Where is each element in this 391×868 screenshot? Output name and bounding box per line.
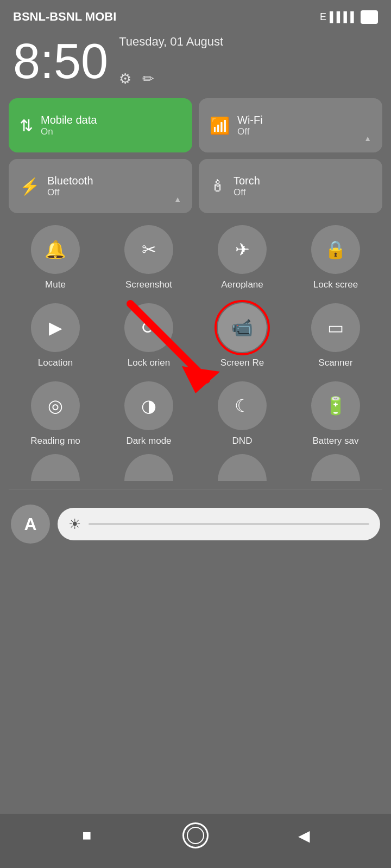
carrier-text: BSNL-BSNL MOBI: [13, 10, 116, 24]
battery-sav-icon: 🔋: [325, 395, 346, 416]
location-item[interactable]: ▶ Location: [9, 303, 102, 368]
bluetooth-expand-icon: ▲: [174, 195, 181, 203]
brightness-control[interactable]: ☀: [58, 508, 380, 540]
mobile-data-text: Mobile data On: [41, 114, 97, 137]
wifi-status: Off: [237, 126, 263, 137]
mobile-data-tile[interactable]: ⇅ Mobile data On: [9, 98, 192, 152]
lock-orient-label: Lock orien: [128, 358, 170, 368]
screenshot-label: Screenshot: [125, 279, 172, 290]
clock-date: Tuesday, 01 August: [119, 35, 223, 49]
bluetooth-label: Bluetooth: [47, 175, 93, 187]
location-label: Location: [38, 358, 73, 368]
signal-bars: ▌▌▌▌: [330, 11, 357, 23]
clock-time: 8:50: [13, 37, 108, 86]
scanner-item[interactable]: ▭ Scanner: [289, 303, 382, 368]
divider: [9, 489, 382, 489]
torch-tile[interactable]: 🕯 Torch Off: [199, 159, 382, 213]
quick-actions-grid: 🔔 Mute ✂ Screenshot ✈ Aeroplane 🔒 Lock s…: [0, 220, 391, 452]
screen-record-icon: 📹: [231, 317, 253, 338]
reading-mode-icon: ◎: [48, 395, 63, 416]
recent-icon: ■: [83, 827, 92, 844]
lock-screen-item[interactable]: 🔒 Lock scree: [289, 225, 382, 290]
location-circle[interactable]: ▶: [31, 303, 80, 352]
mute-icon: 🔔: [45, 239, 66, 260]
home-circle: [182, 822, 209, 848]
wifi-icon: 📶: [210, 116, 230, 135]
date-column: Tuesday, 01 August ⚙ ✏: [119, 35, 223, 87]
aeroplane-label: Aeroplane: [221, 279, 263, 290]
aeroplane-icon: ✈: [235, 239, 250, 260]
tiles-row-2: ⚡ Bluetooth Off ▲ 🕯 Torch Off: [9, 159, 382, 213]
scanner-label: Scanner: [318, 358, 352, 368]
network-type: E: [320, 11, 326, 23]
torch-status: Off: [234, 187, 260, 198]
dnd-label: DND: [232, 436, 253, 446]
battery-sav-item[interactable]: 🔋 Battery sav: [289, 381, 382, 446]
quick-tiles-area: ⇅ Mobile data On 📶 Wi-Fi Off ▲ ⚡ Bluetoo…: [0, 98, 391, 213]
screenshot-circle[interactable]: ✂: [124, 225, 173, 274]
mobile-data-status: On: [41, 126, 97, 137]
torch-text: Torch Off: [234, 175, 260, 198]
time-action-icons: ⚙ ✏: [119, 71, 223, 87]
nav-recent-button[interactable]: ■: [74, 822, 100, 848]
screenshot-item[interactable]: ✂ Screenshot: [102, 225, 195, 290]
reading-mode-label: Reading mo: [30, 436, 80, 446]
bluetooth-text: Bluetooth Off: [47, 175, 93, 198]
screen-record-item[interactable]: 📹 Screen Re: [195, 303, 289, 368]
aeroplane-item[interactable]: ✈ Aeroplane: [195, 225, 289, 290]
wifi-tile[interactable]: 📶 Wi-Fi Off ▲: [199, 98, 382, 152]
screenshot-icon: ✂: [142, 239, 156, 260]
lock-screen-circle[interactable]: 🔒: [311, 225, 360, 274]
mobile-data-icon: ⇅: [20, 116, 33, 135]
torch-label: Torch: [234, 175, 260, 187]
home-inner-circle: [187, 827, 204, 844]
partial-circle-4: [311, 454, 360, 481]
wifi-text: Wi-Fi Off: [237, 114, 263, 137]
battery-indicator: 54: [361, 10, 378, 24]
partial-circle-2: [124, 454, 173, 481]
dark-mode-circle[interactable]: ◑: [124, 381, 173, 430]
reading-mode-circle[interactable]: ◎: [31, 381, 80, 430]
dnd-item[interactable]: ☾ DND: [195, 381, 289, 446]
lock-orient-item[interactable]: ⟳ Lock orien: [102, 303, 195, 368]
dark-mode-icon: ◑: [141, 395, 156, 416]
screen-record-label: Screen Re: [220, 358, 264, 368]
partial-row: [0, 452, 391, 483]
dark-mode-item[interactable]: ◑ Dark mode: [102, 381, 195, 446]
nav-back-button[interactable]: ◀: [291, 822, 317, 848]
battery-sav-circle[interactable]: 🔋: [311, 381, 360, 430]
user-avatar[interactable]: A: [11, 505, 50, 544]
mute-label: Mute: [45, 279, 66, 290]
time-area: 8:50 Tuesday, 01 August ⚙ ✏: [0, 29, 391, 98]
lock-orient-icon: ⟳: [142, 317, 156, 338]
nav-home-button[interactable]: [182, 822, 209, 848]
dark-mode-label: Dark mode: [126, 436, 171, 446]
scanner-circle[interactable]: ▭: [311, 303, 360, 352]
bluetooth-tile[interactable]: ⚡ Bluetooth Off ▲: [9, 159, 192, 213]
mobile-data-label: Mobile data: [41, 114, 97, 126]
partial-circle-3: [218, 454, 267, 481]
brightness-slider[interactable]: [89, 523, 369, 525]
bluetooth-status: Off: [47, 187, 93, 198]
edit-icon[interactable]: ✏: [142, 71, 154, 87]
back-icon: ◀: [298, 827, 310, 845]
bottom-controls: A ☀: [0, 499, 391, 549]
dnd-circle[interactable]: ☾: [218, 381, 267, 430]
scanner-icon: ▭: [327, 317, 344, 338]
bluetooth-icon: ⚡: [20, 177, 40, 196]
lock-orient-circle[interactable]: ⟳: [124, 303, 173, 352]
dnd-icon: ☾: [235, 395, 250, 416]
settings-icon[interactable]: ⚙: [119, 71, 131, 87]
lock-screen-label: Lock scree: [313, 279, 358, 290]
battery-sav-label: Battery sav: [312, 436, 358, 446]
location-icon: ▶: [49, 317, 62, 338]
screen-record-circle[interactable]: 📹: [218, 303, 267, 352]
reading-mode-item[interactable]: ◎ Reading mo: [9, 381, 102, 446]
nav-bar: ■ ◀: [0, 814, 391, 868]
lock-icon: 🔒: [325, 239, 346, 260]
torch-icon: 🕯: [210, 177, 226, 195]
mute-circle[interactable]: 🔔: [31, 225, 80, 274]
mute-item[interactable]: 🔔 Mute: [9, 225, 102, 290]
aeroplane-circle[interactable]: ✈: [218, 225, 267, 274]
brightness-icon: ☀: [68, 516, 81, 533]
